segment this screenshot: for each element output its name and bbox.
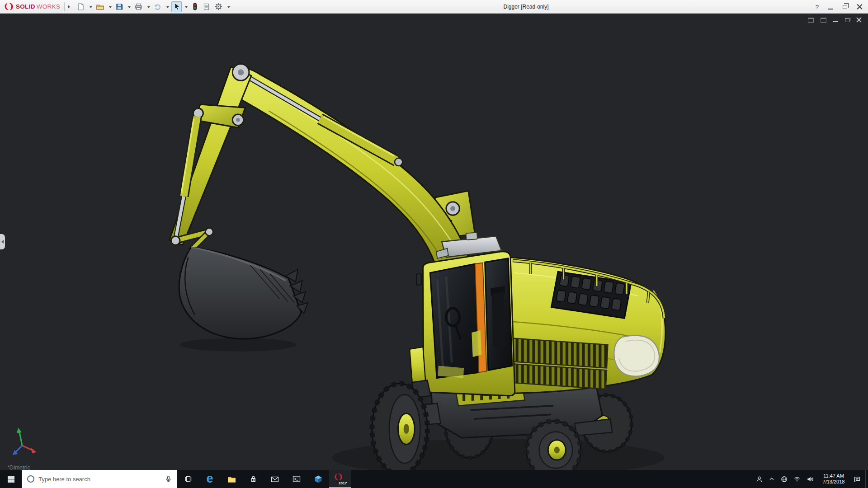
open-button[interactable] xyxy=(94,1,106,12)
options-button[interactable] xyxy=(213,1,224,12)
document-window-controls xyxy=(808,17,862,23)
open-caret[interactable] xyxy=(109,6,112,8)
cortana-icon xyxy=(27,475,34,483)
taskbar-file-explorer-button[interactable] xyxy=(221,470,242,488)
print-button[interactable] xyxy=(133,1,144,12)
microphone-icon[interactable] xyxy=(165,475,172,483)
excavator-stick[interactable] xyxy=(170,67,251,252)
new-document-button[interactable] xyxy=(75,1,86,12)
gear-icon xyxy=(215,3,222,10)
titlebar: SOLIDWORKS xyxy=(0,0,868,14)
new-document-icon xyxy=(77,3,85,10)
system-tray: 11:47 AM 7/13/2018 xyxy=(751,470,865,488)
logo-text-works: WORKS xyxy=(37,3,61,10)
save-floppy-icon xyxy=(116,3,123,10)
taskbar-mail-button[interactable] xyxy=(264,470,286,488)
file-properties-button[interactable] xyxy=(201,1,212,12)
select-tool-button[interactable] xyxy=(171,1,182,12)
taskbar: Type here to search e xyxy=(0,470,868,488)
toolbar-separator xyxy=(64,2,65,11)
search-placeholder: Type here to search xyxy=(38,476,161,483)
taskbar-edge-button[interactable]: e xyxy=(199,470,221,488)
console-icon xyxy=(292,475,301,483)
toolbar-flyout-arrow-icon[interactable] xyxy=(68,5,70,9)
view-orientation-label: *Dimetric xyxy=(7,465,30,470)
start-button[interactable] xyxy=(0,470,22,488)
rebuild-stoplight-icon xyxy=(192,3,198,10)
edge-icon: e xyxy=(206,473,213,485)
excavator-bucket[interactable] xyxy=(179,247,308,339)
new-document-caret[interactable] xyxy=(90,6,92,8)
solidworks-year-label: 2017 xyxy=(339,481,347,485)
help-button[interactable]: ? xyxy=(816,4,819,10)
network-globe-icon[interactable] xyxy=(781,476,788,483)
ds-logo-icon xyxy=(4,2,14,11)
restore-button[interactable] xyxy=(843,5,847,9)
logo-text-solid: SOLID xyxy=(16,3,35,10)
file-explorer-icon xyxy=(227,475,236,483)
task-view-button[interactable] xyxy=(177,470,199,488)
taskbar-console-button[interactable] xyxy=(286,470,307,488)
printer-icon xyxy=(135,3,142,10)
volume-icon[interactable] xyxy=(807,476,814,483)
cad-cube-icon xyxy=(314,475,322,483)
solidworks-app-icon xyxy=(334,473,343,481)
print-caret[interactable] xyxy=(147,6,150,8)
file-properties-icon xyxy=(203,3,210,10)
task-view-icon xyxy=(184,475,192,483)
options-caret[interactable] xyxy=(227,6,230,8)
full-pane-icon[interactable] xyxy=(821,18,826,23)
solidworks-logo: SOLIDWORKS xyxy=(0,2,63,11)
standard-toolbar xyxy=(75,1,231,12)
undo-button[interactable] xyxy=(152,1,163,12)
excavator-boom[interactable] xyxy=(226,67,470,269)
taskbar-clock[interactable]: 11:47 AM 7/13/2018 xyxy=(820,473,848,485)
excavator-cab[interactable] xyxy=(416,233,515,396)
doc-close-icon[interactable] xyxy=(856,17,862,23)
feature-panel-collapse-tab[interactable] xyxy=(0,234,5,249)
taskbar-store-button[interactable] xyxy=(242,470,264,488)
minimize-button[interactable] xyxy=(828,9,833,9)
orientation-triad[interactable] xyxy=(13,428,37,455)
wifi-icon[interactable] xyxy=(793,476,801,482)
taskbar-search[interactable]: Type here to search xyxy=(22,470,177,488)
rebuild-button[interactable] xyxy=(190,1,200,12)
select-arrow-icon xyxy=(173,3,180,10)
save-button[interactable] xyxy=(114,1,125,12)
undo-caret[interactable] xyxy=(166,6,169,8)
hidden-icons-chevron-icon[interactable] xyxy=(769,476,775,482)
doc-restore-icon[interactable] xyxy=(845,18,849,22)
taskbar-solidworks-button[interactable]: 2017 xyxy=(329,470,351,488)
graphics-viewport[interactable]: *Dimetric xyxy=(0,14,868,470)
taskbar-edrawings-button[interactable] xyxy=(307,470,329,488)
action-center-icon[interactable] xyxy=(854,476,861,483)
split-pane-icon[interactable] xyxy=(808,18,814,23)
undo-icon xyxy=(154,3,161,10)
window-controls: ? xyxy=(816,0,863,14)
window-title: Digger [Read-only] xyxy=(503,4,548,10)
close-button[interactable] xyxy=(857,4,863,10)
open-folder-icon xyxy=(96,3,104,10)
clock-time: 11:47 AM xyxy=(820,473,848,479)
show-desktop-button[interactable] xyxy=(865,470,868,488)
store-icon xyxy=(250,475,257,483)
select-caret[interactable] xyxy=(185,6,188,8)
people-icon[interactable] xyxy=(756,476,763,483)
save-caret[interactable] xyxy=(128,6,131,8)
excavator-front-left-wheel[interactable] xyxy=(372,384,427,470)
excavator-model xyxy=(0,14,868,470)
mail-icon xyxy=(271,476,279,483)
clock-date: 7/13/2018 xyxy=(820,479,848,485)
doc-minimize-icon[interactable] xyxy=(833,18,838,22)
windows-logo-icon xyxy=(7,475,15,483)
excavator-front-right-wheel[interactable] xyxy=(526,421,580,470)
